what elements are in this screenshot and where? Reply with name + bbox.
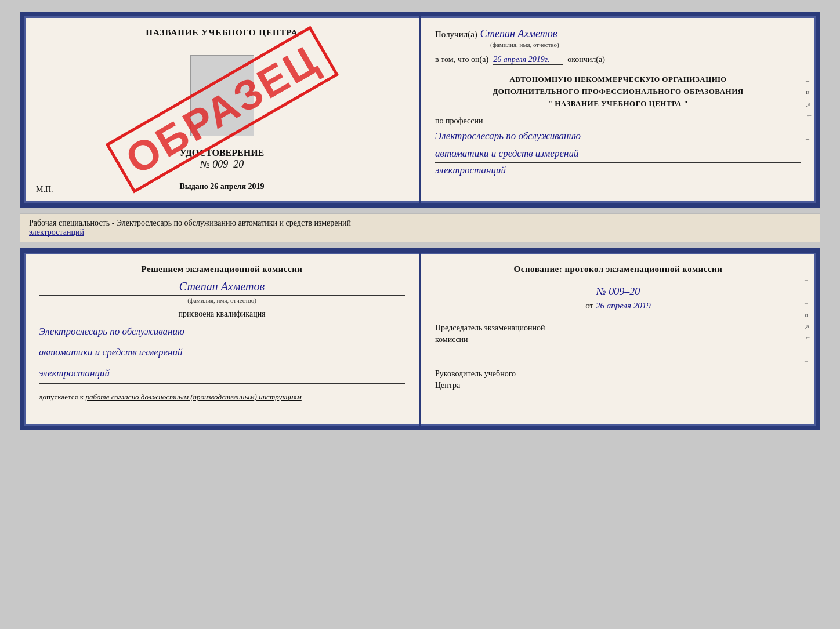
- right-panel: Получил(а) Степан Ахметов – (фамилия, им…: [421, 16, 816, 203]
- right-side-marks: – – и ,а ← – – –: [806, 65, 813, 155]
- description-underline: электростанций: [29, 228, 84, 237]
- допускается-value: работе согласно должностным (производств…: [85, 392, 301, 401]
- center-title: НАЗВАНИЕ УЧЕБНОГО ЦЕНТРА: [146, 28, 298, 38]
- basis-title: Основание: протокол экзаменационной коми…: [435, 264, 801, 274]
- profession-label: по профессии: [435, 117, 801, 126]
- org-block: АВТОНОМНУЮ НЕКОММЕРЧЕСКУЮ ОРГАНИЗАЦИЮ ДО…: [435, 74, 801, 110]
- bottom-right-side-marks: – – – и ,а ← – – –: [805, 276, 811, 376]
- mp-label: М.П.: [36, 185, 53, 194]
- qualification-label: присвоена квалификация: [39, 310, 405, 319]
- bottom-right: Основание: протокол экзаменационной коми…: [421, 253, 816, 426]
- photo-placeholder: [190, 55, 254, 136]
- vtom-date: 26 апреля 2019г.: [493, 55, 563, 65]
- chair-signature-line: [435, 348, 522, 359]
- vtom-label: в том, что он(а): [435, 55, 488, 64]
- fio-hint-top: (фамилия, имя, отчество): [480, 41, 569, 48]
- qual-value3: электростанций: [39, 365, 405, 383]
- org-line2: ДОПОЛНИТЕЛЬНОГО ПРОФЕССИОНАЛЬНОГО ОБРАЗО…: [435, 86, 801, 98]
- description-text: Рабочая специальность - Электрослесарь п…: [29, 219, 351, 227]
- profession-value1: Электрослесарь по обслуживанию: [435, 129, 801, 146]
- received-label: Получил(а): [435, 30, 477, 39]
- top-document: НАЗВАНИЕ УЧЕБНОГО ЦЕНТРА УДОСТОВЕРЕНИЕ №…: [20, 12, 820, 208]
- vtom-suffix: окончил(а): [567, 55, 605, 64]
- received-line: Получил(а) Степан Ахметов – (фамилия, им…: [435, 28, 801, 48]
- cert-label: УДОСТОВЕРЕНИЕ: [180, 148, 265, 158]
- received-name: Степан Ахметов: [480, 28, 557, 41]
- head-signature-line: [435, 394, 522, 405]
- org-line1: АВТОНОМНУЮ НЕКОММЕРЧЕСКУЮ ОРГАНИЗАЦИЮ: [435, 74, 801, 86]
- org-line3: " НАЗВАНИЕ УЧЕБНОГО ЦЕНТРА ": [435, 98, 801, 110]
- qual-value2: автоматики и средств измерений: [39, 344, 405, 362]
- bottom-left: Решением экзаменационной комиссии Степан…: [24, 253, 421, 426]
- bottom-document: Решением экзаменационной комиссии Степан…: [20, 248, 820, 430]
- received-name-block: Степан Ахметов – (фамилия, имя, отчество…: [480, 28, 569, 48]
- chairman-block: Председатель экзаменационной комиссии: [435, 322, 801, 359]
- person-name-bottom: Степан Ахметов: [39, 280, 405, 296]
- fio-hint-bottom: (фамилия, имя, отчество): [39, 297, 405, 304]
- cert-number: № 009–20: [180, 158, 265, 170]
- profession-block: по профессии Электрослесарь по обслужива…: [435, 117, 801, 180]
- protocol-date: от 26 апреля 2019: [435, 301, 801, 311]
- cert-number-area: УДОСТОВЕРЕНИЕ № 009–20: [180, 148, 265, 170]
- protocol-number: № 009–20: [435, 286, 801, 298]
- decision-title: Решением экзаменационной комиссии: [39, 264, 405, 274]
- допускается-label: допускается к: [39, 392, 84, 401]
- page-wrapper: НАЗВАНИЕ УЧЕБНОГО ЦЕНТРА УДОСТОВЕРЕНИЕ №…: [20, 12, 820, 430]
- head-block: Руководитель учебного Центра: [435, 368, 801, 405]
- protocol-date-val: 26 апреля 2019: [596, 301, 651, 310]
- left-panel: НАЗВАНИЕ УЧЕБНОГО ЦЕНТРА УДОСТОВЕРЕНИЕ №…: [24, 16, 421, 203]
- description-bar: Рабочая специальность - Электрослесарь п…: [20, 213, 820, 242]
- vtom-line: в том, что он(а) 26 апреля 2019г. окончи…: [435, 55, 801, 65]
- qual-value1: Электрослесарь по обслуживанию: [39, 323, 405, 341]
- profession-value2: автоматики и средств измерений: [435, 146, 801, 163]
- допускается-block: допускается к работе согласно должностны…: [39, 392, 405, 402]
- issued-date: Выдано 26 апреля 2019: [179, 182, 264, 191]
- chair-title: Председатель экзаменационной комиссии: [435, 322, 801, 345]
- head-title: Руководитель учебного Центра: [435, 368, 801, 391]
- profession-value3: электростанций: [435, 163, 801, 180]
